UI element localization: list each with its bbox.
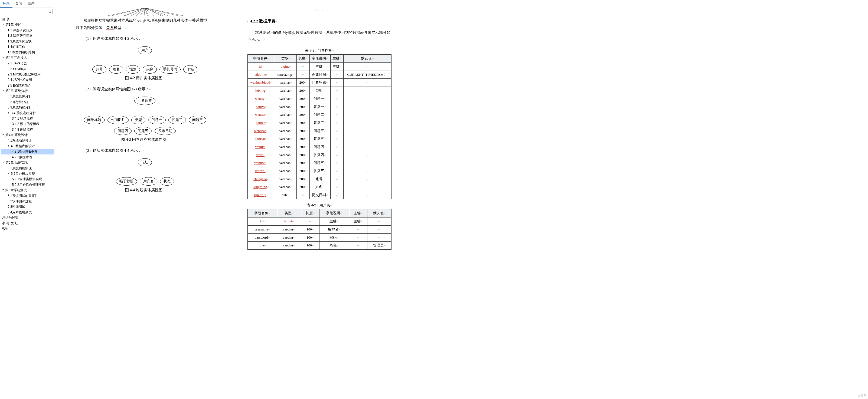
search-input[interactable]: x (1, 9, 53, 14)
document-area[interactable]: ┘ ↵ └ 然后根据功能需求来对本系统的 e-r 图实现分解来得到几种实体—关系… (54, 0, 868, 399)
table-cell: ↵ (349, 225, 367, 233)
toc-item[interactable]: 第3章 系统分析 (1, 88, 54, 94)
toc-item[interactable]: 1.3系统研究现状 (1, 39, 54, 44)
table-row: role↵varchar↵100↵角色↵↵管理员↵ (248, 241, 392, 250)
table-header-cell: 默认值↵ (367, 209, 392, 218)
table-cell: 问题三↵ (309, 127, 330, 135)
toc-item[interactable]: 5.1系统功能实现 (1, 166, 54, 171)
table-cell: 200↵ (297, 111, 309, 119)
nav-tab-0[interactable]: 标题 (0, 0, 12, 7)
toc-item[interactable]: 1.5本文的组织结构 (1, 49, 54, 55)
toc-item[interactable]: 5.2.2用户后台管理实现 (1, 182, 54, 188)
table-header-cell: 主键↵ (349, 209, 367, 218)
table-cell: 200↵ (297, 127, 309, 135)
toc-item[interactable]: 6.3性能测试 (1, 204, 54, 209)
toc-item[interactable]: 第6章系统测试 (1, 188, 54, 193)
table-cell: addtime↵ (248, 71, 275, 79)
toc-item[interactable]: 3.4.1 登录流程 (1, 116, 54, 121)
table-cell: 问卷标题↵ (309, 79, 330, 87)
toc-item[interactable]: 2.4 JSP技术介绍 (1, 77, 54, 82)
toc-item[interactable]: 第1章 概述 (1, 22, 54, 27)
table-row: tijiaoriqi↵date↵↵提交日期↵↵↵ (248, 191, 392, 199)
table-cell: 答复五↵ (309, 167, 330, 175)
table-cell: id↵ (248, 218, 277, 226)
toc-item[interactable]: 3.4 系统流程分析 (1, 110, 54, 116)
toc-item[interactable]: 4.2数据库的设计 (1, 143, 54, 149)
toc-item[interactable]: 6.1系统测试的重要性 (1, 193, 54, 199)
table-row: wentiwu↵varchar↵200↵问题五↵↵↵ (248, 159, 392, 167)
toc-item[interactable]: 5.2后台模块实现 (1, 171, 54, 176)
toc-item[interactable]: 2.5 B/S结构简介 (1, 83, 54, 88)
nav-tab-2[interactable]: 结果 (25, 0, 37, 7)
toc-item[interactable]: 3.4.2 添加信息流程 (1, 121, 54, 127)
table-cell: wentiyi↵ (248, 95, 275, 103)
table-row: dafusan↵varchar↵200↵答复三↵↵↵ (248, 135, 392, 143)
toc-item[interactable]: 6.2软件测试过程 (1, 199, 54, 204)
table-cell: 答复二↵ (309, 119, 330, 127)
toc-item[interactable]: 目 录 (1, 16, 54, 22)
table-cell: 用户名↵ (319, 225, 349, 233)
table-header-cell: 主键↵ (331, 55, 344, 63)
table-cell: wentisi↵ (248, 143, 275, 151)
table-cell: leixing↵ (248, 87, 275, 95)
toc-item[interactable]: 2.3 MYSQL数据库技术 (1, 72, 54, 77)
toc-item[interactable]: 第4章 系统设计 (1, 132, 54, 138)
table-cell: 账号↵ (309, 175, 330, 183)
toc-item[interactable]: 参 考 文 献 (1, 221, 54, 226)
table-cell: dafusi↵ (248, 151, 275, 159)
table-cell: varchar↵ (277, 241, 301, 250)
table-cell: wentiwu↵ (248, 159, 275, 167)
toc-item[interactable]: 3.3系统功能分析 (1, 105, 54, 110)
table-row: dafuer↵varchar↵200↵答复二↵↵↵ (248, 119, 392, 127)
table-cell: ↵ (344, 79, 392, 87)
table-cell: ↵ (344, 95, 392, 103)
toc-item[interactable]: 3.1系统总体分析 (1, 94, 54, 99)
table-cell: ↵ (344, 111, 392, 119)
table-cell: ↵ (297, 63, 309, 71)
nav-tab-1[interactable]: 页面 (12, 0, 25, 7)
toc-item[interactable]: 1.2 课题研究意义 (1, 33, 54, 38)
table-cell: xingming↵ (248, 183, 275, 191)
table-row: dafuyi↵varchar↵200↵答复一↵↵↵ (248, 103, 392, 111)
table-cell: varchar↵ (277, 233, 301, 241)
toc-item[interactable]: 2.2 SSM框架 (1, 66, 54, 72)
table-cell: ↵ (331, 175, 344, 183)
table-cell: ↵ (344, 167, 392, 175)
toc-item[interactable]: 4.2.2数据库表 (1, 155, 54, 160)
toc-item[interactable]: 6.4用户模块测试 (1, 210, 54, 215)
table-cell: 主键↵ (309, 63, 330, 71)
table-header-cell: 长度↵ (301, 209, 319, 218)
toc-item[interactable]: 总结与展望 (1, 215, 54, 221)
page-2: ┘ ↵ └ ▪4.2.2 数据库表↵ 本系统采用的是 MySQL 数据库管理数据… (241, 0, 398, 399)
toc-item[interactable]: 4.1系统功能设计 (1, 138, 54, 143)
toc-item[interactable]: 2.1 JAVA语言 (1, 61, 54, 66)
toc-item[interactable]: 5.2.1管理员模块实现 (1, 176, 54, 182)
table-cell: 100↵ (301, 241, 319, 250)
table-cell: ↵ (367, 218, 392, 226)
table-row: id↵bigint↵↵主键↵主键↵↵ (248, 218, 392, 226)
toc-item[interactable]: 3.2可行性分析 (1, 99, 54, 105)
toc-item[interactable]: 4.2.1数据库E-R图 (1, 149, 54, 154)
table-header-cell: 字段说明↵ (309, 55, 330, 63)
table-cell: 200↵ (297, 143, 309, 151)
table-cell: ↵ (331, 71, 344, 79)
table-cell: ↵ (344, 159, 392, 167)
toc-item[interactable]: 3.4.3 删除流程 (1, 127, 54, 132)
table-cell: ↵ (344, 63, 392, 71)
table-cell: 200↵ (297, 79, 309, 87)
table-cell: 主键↵ (319, 218, 349, 226)
table-cell: 管理员↵ (367, 241, 392, 250)
table-cell: 100↵ (301, 233, 319, 241)
table-row: xingming↵varchar↵200↵姓名↵↵↵ (248, 183, 392, 191)
toc-item[interactable]: 第2章开发技术 (1, 55, 54, 61)
table-cell: ↵ (331, 103, 344, 111)
table-cell: ↵ (331, 183, 344, 191)
table-cell: varchar↵ (275, 95, 297, 103)
table-row: addtime↵timestamp↵↵创建时间↵↵CURRENT_TIMESTA… (248, 71, 392, 79)
toc-item[interactable]: 第5章 系统实现 (1, 160, 54, 165)
table-row: id↵bigint↵↵主键↵主键↵↵ (248, 63, 392, 71)
toc-item[interactable]: 1.4前期工作 (1, 44, 54, 49)
toc-item[interactable]: 1.1 课题研究背景 (1, 28, 54, 33)
table-header-cell: 类型↵ (275, 55, 297, 63)
toc-item[interactable]: 致谢 (1, 226, 54, 232)
